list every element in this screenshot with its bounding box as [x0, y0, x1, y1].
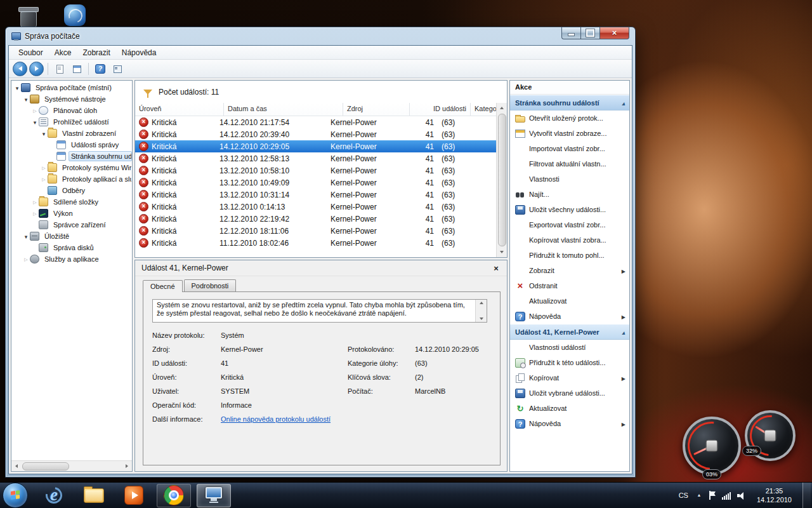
action-item[interactable]: Filtrovat aktuální vlastn...	[510, 156, 629, 171]
tree-item[interactable]: Systémové nástroje	[11, 93, 132, 105]
action-item[interactable]: Otevřít uložený protok...	[510, 110, 629, 126]
tree-expander-icon[interactable]	[22, 231, 30, 243]
tree-expander-icon[interactable]	[31, 116, 39, 128]
tree-item[interactable]: Správa počítače (místní)	[11, 82, 132, 93]
tree-expander-icon[interactable]	[40, 161, 48, 174]
scroll-up-button[interactable]	[497, 103, 507, 113]
action-pane-button[interactable]	[110, 62, 125, 76]
tree-item[interactable]: Protokoly systému Windows	[11, 162, 132, 173]
scroll-down-button[interactable]	[497, 247, 507, 257]
tree-item[interactable]: Odběry	[11, 185, 132, 196]
action-item[interactable]: Aktualizovat	[510, 293, 629, 309]
scroll-left-button[interactable]	[11, 461, 22, 471]
tree-item[interactable]: Úložiště	[11, 231, 132, 242]
show-desktop-button[interactable]	[802, 483, 811, 508]
tree-item[interactable]: Správce zařízení	[11, 219, 132, 231]
tree-expander-icon[interactable]	[22, 93, 30, 105]
event-row[interactable]: Kritická 12.12.2010 18:11:06 Kernel-Powe…	[135, 225, 497, 237]
tree-expander-icon[interactable]	[40, 173, 48, 185]
taskbar-computer-management-button[interactable]	[197, 484, 231, 507]
tab-obecne[interactable]: Obecné	[143, 280, 183, 292]
event-row[interactable]: Kritická 11.12.2010 18:02:46 Kernel-Powe…	[135, 237, 497, 249]
column-event-id[interactable]: ID události	[410, 103, 471, 116]
event-row[interactable]: Kritická 14.12.2010 20:39:40 Kernel-Powe…	[135, 128, 497, 140]
close-button[interactable]	[599, 27, 629, 39]
action-item[interactable]: Nápověda	[510, 309, 629, 324]
forward-button[interactable]	[29, 62, 44, 76]
properties-button[interactable]	[69, 62, 84, 76]
tree-expander-icon[interactable]	[22, 253, 30, 265]
tree-item[interactable]: Vlastní zobrazení	[11, 128, 132, 139]
action-item[interactable]: Kopírovat vlastní zobra...	[510, 232, 629, 248]
tree-item[interactable]: Služby a aplikace	[11, 253, 132, 265]
minimize-button[interactable]	[561, 27, 580, 39]
scrollbar-thumb[interactable]	[22, 462, 69, 471]
event-row[interactable]: Kritická 14.12.2010 21:17:54 Kernel-Powe…	[135, 116, 497, 128]
event-row[interactable]: Kritická 13.12.2010 10:49:09 Kernel-Powe…	[135, 177, 497, 189]
event-row[interactable]: Kritická 12.12.2010 22:19:42 Kernel-Powe…	[135, 213, 497, 225]
action-item[interactable]: Zobrazit	[510, 263, 629, 278]
help-button[interactable]	[93, 62, 108, 76]
detail-close-icon[interactable]	[490, 264, 502, 273]
tree-item[interactable]: Výkon	[11, 208, 132, 219]
event-row[interactable]: Kritická 13.12.2010 10:58:10 Kernel-Powe…	[135, 164, 497, 177]
tree-item[interactable]: Sdílené složky	[11, 196, 132, 208]
action-item[interactable]: Vlastnosti	[510, 171, 629, 187]
tab-podrobnosti[interactable]: Podrobnosti	[184, 279, 237, 291]
menu-zobrazit[interactable]: Zobrazit	[77, 47, 115, 58]
tree-item[interactable]: Události správy	[11, 139, 132, 150]
menu-akce[interactable]: Akce	[49, 47, 77, 58]
tree-item[interactable]: Protokoly aplikací a služeb	[11, 173, 132, 185]
tree-expander-icon[interactable]	[31, 196, 39, 208]
tree-expander-icon[interactable]	[31, 207, 39, 220]
action-item[interactable]: Kopírovat	[510, 370, 629, 385]
tree-expander-icon[interactable]	[40, 128, 48, 140]
taskbar-media-player-button[interactable]	[117, 484, 151, 507]
column-datetime[interactable]: Datum a čas	[224, 103, 343, 116]
memory-gauge-gadget[interactable]: 32%	[745, 410, 796, 461]
taskbar-internet-explorer-button[interactable]	[37, 484, 71, 507]
tree-item[interactable]: Prohlížeč událostí	[11, 116, 132, 128]
action-item[interactable]: Přidružit k tomuto pohl...	[510, 248, 629, 263]
taskbar-explorer-button[interactable]	[77, 484, 111, 507]
action-group-header-event-41[interactable]: Událost 41, Kernel-Power	[510, 324, 629, 340]
action-item[interactable]: Vytvořit vlastní zobraze...	[510, 126, 629, 141]
collapse-chevron-icon[interactable]	[622, 99, 625, 107]
tree-expander-icon[interactable]	[31, 104, 39, 117]
column-level[interactable]: Úroveň	[135, 103, 224, 116]
collapse-chevron-icon[interactable]	[622, 328, 625, 336]
event-row[interactable]: Kritická 13.12.2010 10:31:14 Kernel-Powe…	[135, 189, 497, 201]
event-description-box[interactable]: Systém se znovu restartoval, aniž by se …	[152, 299, 487, 323]
language-indicator[interactable]: CS	[678, 491, 690, 499]
action-item[interactable]: Aktualizovat	[510, 401, 629, 416]
action-center-flag-icon[interactable]	[709, 491, 716, 500]
action-item[interactable]: Uložit všechny události...	[510, 202, 629, 217]
action-item[interactable]: Odstranit	[510, 278, 629, 293]
action-item[interactable]: Nápověda	[510, 416, 629, 431]
description-scrollbar[interactable]	[475, 300, 487, 322]
scrollbar-thumb[interactable]	[498, 114, 506, 246]
scroll-right-button[interactable]	[122, 461, 132, 471]
window-titlebar[interactable]: Správa počítače	[6, 27, 635, 45]
recycle-bin-icon[interactable]	[15, 4, 41, 29]
action-item[interactable]: Přidružit k této události...	[510, 355, 629, 370]
export-list-button[interactable]	[52, 62, 67, 76]
tree-item[interactable]: Stránka souhrnu událostí	[11, 150, 132, 162]
event-list-scrollbar[interactable]	[496, 103, 507, 257]
menu-soubor[interactable]: Soubor	[13, 47, 49, 58]
start-button[interactable]	[3, 483, 28, 508]
action-group-header-summary-page[interactable]: Stránka souhrnu událostí	[510, 95, 629, 110]
column-category[interactable]: Kategorie úl...	[471, 103, 497, 116]
action-item[interactable]: Najít...	[510, 187, 629, 202]
tree-horizontal-scrollbar[interactable]	[11, 460, 132, 471]
volume-icon[interactable]	[737, 491, 746, 500]
tree-item[interactable]: Plánovač úloh	[11, 105, 132, 116]
hidden-icons-icon[interactable]	[696, 492, 702, 498]
clock[interactable]: 21:35 14.12.2010	[752, 486, 796, 504]
event-row[interactable]: Kritická 14.12.2010 20:29:05 Kernel-Powe…	[135, 140, 497, 152]
action-item[interactable]: Uložit vybrané události...	[510, 385, 629, 401]
network-signal-icon[interactable]	[722, 491, 731, 500]
tree-item[interactable]: Správa disků	[11, 242, 132, 253]
cpu-gauge-gadget[interactable]: 03%	[683, 417, 741, 475]
maximize-button[interactable]	[580, 27, 599, 39]
